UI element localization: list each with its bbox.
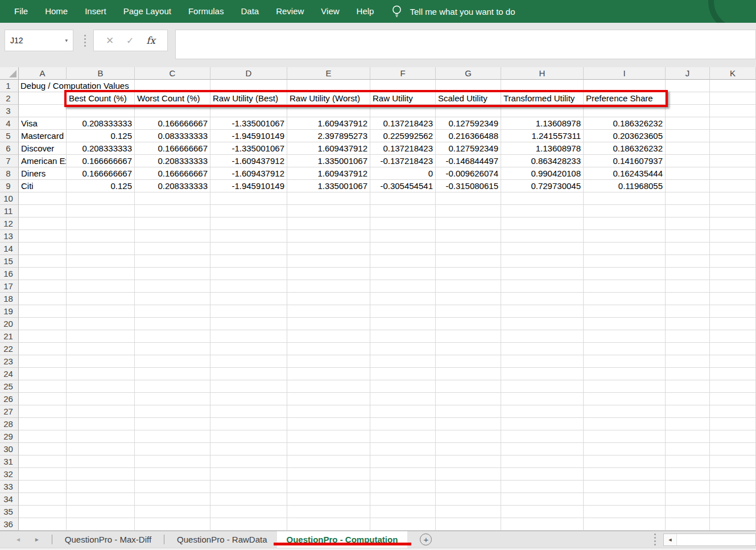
cell-K24[interactable]	[710, 368, 756, 380]
cell-G13[interactable]	[436, 230, 501, 243]
cell-G26[interactable]	[436, 393, 501, 405]
cell-E24[interactable]	[287, 368, 370, 380]
cell-B19[interactable]	[67, 305, 135, 318]
cell-I6[interactable]: 0.186326232	[584, 142, 666, 155]
cell-B17[interactable]	[67, 280, 135, 293]
cell-J26[interactable]	[666, 393, 710, 405]
cell-B32[interactable]	[67, 468, 135, 481]
menu-tab-file[interactable]: File	[6, 0, 36, 23]
row-header-18[interactable]: 18	[0, 293, 19, 305]
cell-G34[interactable]	[436, 493, 501, 506]
cell-C20[interactable]	[135, 318, 210, 330]
select-all-corner[interactable]	[0, 67, 19, 80]
cell-E9[interactable]: 1.335001067	[287, 180, 370, 192]
cell-C35[interactable]	[135, 506, 210, 518]
cell-G19[interactable]	[436, 305, 501, 318]
cell-I29[interactable]	[584, 430, 666, 443]
cell-J1[interactable]	[666, 80, 710, 92]
cell-K20[interactable]	[710, 318, 756, 330]
cell-B24[interactable]	[67, 368, 135, 380]
cell-C30[interactable]	[135, 443, 210, 455]
cell-K35[interactable]	[710, 506, 756, 518]
cell-K8[interactable]	[710, 167, 756, 180]
cell-B21[interactable]	[67, 330, 135, 343]
cell-G35[interactable]	[436, 506, 501, 518]
scrollbar-track[interactable]	[677, 534, 755, 545]
cell-C36[interactable]	[135, 518, 210, 531]
cell-D25[interactable]	[210, 380, 287, 393]
cell-K29[interactable]	[710, 430, 756, 443]
cell-K32[interactable]	[710, 468, 756, 481]
row-header-4[interactable]: 4	[0, 117, 19, 130]
cell-F22[interactable]	[370, 343, 436, 355]
cell-E1[interactable]	[287, 80, 370, 92]
cell-E35[interactable]	[287, 506, 370, 518]
row-header-8[interactable]: 8	[0, 167, 19, 180]
cell-D4[interactable]: -1.335001067	[210, 117, 287, 130]
row-header-3[interactable]: 3	[0, 105, 19, 117]
cell-E23[interactable]	[287, 355, 370, 368]
row-header-31[interactable]: 31	[0, 455, 19, 468]
cell-F19[interactable]	[370, 305, 436, 318]
cell-D7[interactable]: -1.609437912	[210, 155, 287, 167]
cell-E36[interactable]	[287, 518, 370, 531]
row-header-15[interactable]: 15	[0, 255, 19, 268]
cell-H5[interactable]: 1.241557311	[501, 130, 584, 142]
row-header-25[interactable]: 25	[0, 380, 19, 393]
cell-G12[interactable]	[436, 217, 501, 230]
cell-F6[interactable]: 0.137218423	[370, 142, 436, 155]
cell-H21[interactable]	[501, 330, 584, 343]
name-box[interactable]: J12 ▾	[5, 30, 73, 51]
row-header-30[interactable]: 30	[0, 443, 19, 455]
cell-F26[interactable]	[370, 393, 436, 405]
row-header-1[interactable]: 1	[0, 80, 19, 92]
cell-B10[interactable]	[67, 192, 135, 205]
cell-D19[interactable]	[210, 305, 287, 318]
cell-B31[interactable]	[67, 455, 135, 468]
cell-H17[interactable]	[501, 280, 584, 293]
cell-J2[interactable]	[666, 92, 710, 105]
cell-C23[interactable]	[135, 355, 210, 368]
cell-E13[interactable]	[287, 230, 370, 243]
cell-C16[interactable]	[135, 268, 210, 280]
cell-G10[interactable]	[436, 192, 501, 205]
cell-J12[interactable]	[666, 217, 710, 230]
cell-E8[interactable]: 1.609437912	[287, 167, 370, 180]
cell-G29[interactable]	[436, 430, 501, 443]
cell-D10[interactable]	[210, 192, 287, 205]
cell-C10[interactable]	[135, 192, 210, 205]
row-header-19[interactable]: 19	[0, 305, 19, 318]
cell-I10[interactable]	[584, 192, 666, 205]
cell-C2[interactable]: Worst Count (%)	[135, 92, 210, 105]
row-header-24[interactable]: 24	[0, 368, 19, 380]
column-header-B[interactable]: B	[67, 67, 135, 80]
row-header-11[interactable]: 11	[0, 205, 19, 217]
cell-C3[interactable]	[135, 105, 210, 117]
column-header-D[interactable]: D	[210, 67, 287, 80]
cell-G14[interactable]	[436, 243, 501, 255]
cell-B5[interactable]: 0.125	[67, 130, 135, 142]
row-header-6[interactable]: 6	[0, 142, 19, 155]
cell-J17[interactable]	[666, 280, 710, 293]
cell-F9[interactable]: -0.305454541	[370, 180, 436, 192]
cell-E29[interactable]	[287, 430, 370, 443]
cell-K5[interactable]	[710, 130, 756, 142]
cell-A9[interactable]: Citi	[19, 180, 67, 192]
cell-C9[interactable]: 0.208333333	[135, 180, 210, 192]
row-header-7[interactable]: 7	[0, 155, 19, 167]
cell-D29[interactable]	[210, 430, 287, 443]
cell-I17[interactable]	[584, 280, 666, 293]
cell-A3[interactable]	[19, 105, 67, 117]
tab-bar-drag-handle[interactable]	[654, 533, 656, 545]
cell-F25[interactable]	[370, 380, 436, 393]
cell-F23[interactable]	[370, 355, 436, 368]
menu-tab-insert[interactable]: Insert	[76, 0, 115, 23]
cell-I27[interactable]	[584, 405, 666, 418]
cell-E7[interactable]: 1.335001067	[287, 155, 370, 167]
cell-I14[interactable]	[584, 243, 666, 255]
cell-K16[interactable]	[710, 268, 756, 280]
menu-tab-view[interactable]: View	[312, 0, 348, 23]
cell-E14[interactable]	[287, 243, 370, 255]
cell-K21[interactable]	[710, 330, 756, 343]
cell-E32[interactable]	[287, 468, 370, 481]
